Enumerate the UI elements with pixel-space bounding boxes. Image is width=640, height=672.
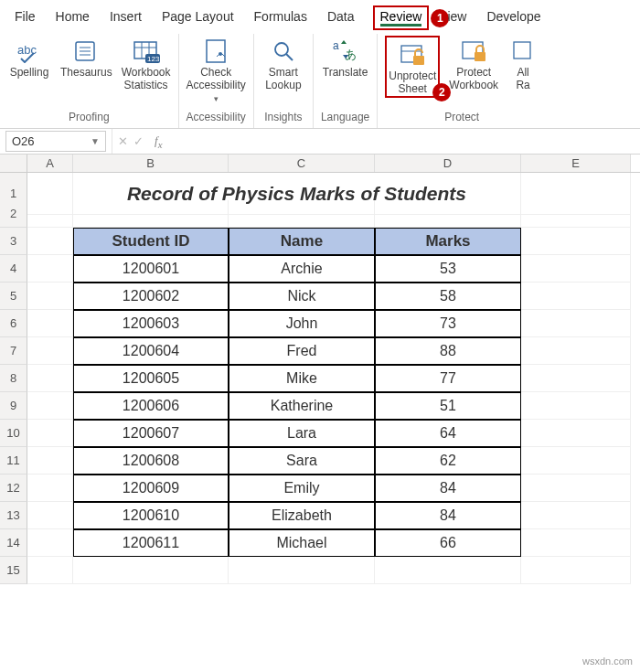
table-cell-name[interactable]: Sara <box>229 447 375 475</box>
protect-workbook-button[interactable]: Protect Workbook <box>449 36 498 92</box>
col-header-A[interactable]: A <box>27 155 73 172</box>
table-cell-marks[interactable]: 58 <box>375 283 521 310</box>
empty-cell[interactable] <box>521 337 631 365</box>
tab-home[interactable]: Home <box>54 5 91 30</box>
table-cell-marks[interactable]: 84 <box>375 475 521 502</box>
spelling-button[interactable]: abc Spelling <box>7 36 51 80</box>
table-cell-name[interactable]: Fred <box>229 337 375 365</box>
empty-cell[interactable] <box>521 310 631 337</box>
table-cell-name[interactable]: Michael <box>229 529 375 557</box>
table-cell-id[interactable]: 1200603 <box>73 310 229 337</box>
empty-cell[interactable] <box>27 228 73 255</box>
table-cell-name[interactable]: Elizabeth <box>229 502 375 529</box>
table-cell-marks[interactable]: 84 <box>375 502 521 529</box>
table-cell-name[interactable]: Lara <box>229 420 375 447</box>
row-header-6[interactable]: 6 <box>0 310 27 337</box>
col-header-C[interactable]: C <box>229 155 375 172</box>
dropdown-caret-icon[interactable]: ▼ <box>91 136 100 146</box>
table-cell-id[interactable]: 1200608 <box>73 447 229 475</box>
table-cell-id[interactable]: 1200606 <box>73 392 229 420</box>
empty-cell[interactable] <box>521 228 631 255</box>
empty-cell[interactable] <box>27 529 73 557</box>
check-accessibility-button[interactable]: Check Accessibility ▾ <box>187 36 246 103</box>
tab-view-partial[interactable]: iew <box>445 5 468 30</box>
empty-cell[interactable] <box>27 283 73 310</box>
empty-cell[interactable] <box>521 200 631 228</box>
table-cell-marks[interactable]: 64 <box>375 420 521 447</box>
table-cell-marks[interactable]: 62 <box>375 447 521 475</box>
tab-formulas[interactable]: Formulas <box>252 5 309 30</box>
empty-cell[interactable] <box>521 392 631 420</box>
table-cell-marks[interactable]: 51 <box>375 392 521 420</box>
empty-cell[interactable] <box>375 200 521 228</box>
row-header-10[interactable]: 10 <box>0 420 27 447</box>
row-header-5[interactable]: 5 <box>0 283 27 310</box>
empty-cell[interactable] <box>27 475 73 502</box>
table-cell-id[interactable]: 1200601 <box>73 255 229 283</box>
table-cell-marks[interactable]: 66 <box>375 529 521 557</box>
empty-cell[interactable] <box>27 557 73 584</box>
empty-cell[interactable] <box>27 365 73 392</box>
table-cell-name[interactable]: John <box>229 310 375 337</box>
empty-cell[interactable] <box>521 255 631 283</box>
empty-cell[interactable] <box>27 200 73 228</box>
empty-cell[interactable] <box>73 557 229 584</box>
tab-page-layout[interactable]: Page Layout <box>160 5 236 30</box>
row-header-13[interactable]: 13 <box>0 502 27 529</box>
table-cell-name[interactable]: Archie <box>229 255 375 283</box>
empty-cell[interactable] <box>521 502 631 529</box>
table-cell-marks[interactable]: 73 <box>375 310 521 337</box>
empty-cell[interactable] <box>27 420 73 447</box>
table-cell-id[interactable]: 1200604 <box>73 337 229 365</box>
table-cell-name[interactable]: Mike <box>229 365 375 392</box>
table-cell-name[interactable]: Nick <box>229 283 375 310</box>
empty-cell[interactable] <box>521 557 631 584</box>
tab-data[interactable]: Data <box>325 5 357 30</box>
row-header-8[interactable]: 8 <box>0 365 27 392</box>
allow-ranges-button[interactable]: All Ra <box>507 36 539 92</box>
tab-review[interactable]: Review <box>380 9 422 27</box>
table-cell-id[interactable]: 1200610 <box>73 502 229 529</box>
row-header-4[interactable]: 4 <box>0 255 27 283</box>
row-header-7[interactable]: 7 <box>0 337 27 365</box>
empty-cell[interactable] <box>27 255 73 283</box>
row-header-3[interactable]: 3 <box>0 228 27 255</box>
table-header-id[interactable]: Student ID <box>73 228 229 255</box>
row-header-15[interactable]: 15 <box>0 557 27 584</box>
empty-cell[interactable] <box>521 365 631 392</box>
fx-icon[interactable]: fx <box>149 133 167 150</box>
empty-cell[interactable] <box>521 529 631 557</box>
empty-cell[interactable] <box>27 447 73 475</box>
unprotect-sheet-button[interactable]: Unprotect Sheet <box>389 39 436 96</box>
col-header-B[interactable]: B <box>73 155 229 172</box>
row-header-9[interactable]: 9 <box>0 392 27 420</box>
select-all-corner[interactable] <box>0 155 27 172</box>
empty-cell[interactable] <box>521 283 631 310</box>
empty-cell[interactable] <box>375 557 521 584</box>
table-cell-id[interactable]: 1200607 <box>73 420 229 447</box>
col-header-D[interactable]: D <box>375 155 521 172</box>
empty-cell[interactable] <box>229 200 375 228</box>
smart-lookup-button[interactable]: Smart Lookup <box>261 36 305 92</box>
empty-cell[interactable] <box>27 310 73 337</box>
table-header-marks[interactable]: Marks <box>375 228 521 255</box>
table-cell-marks[interactable]: 88 <box>375 337 521 365</box>
row-header-12[interactable]: 12 <box>0 475 27 502</box>
table-cell-name[interactable]: Emily <box>229 475 375 502</box>
table-header-name[interactable]: Name <box>229 228 375 255</box>
translate-button[interactable]: aあ Translate <box>323 36 368 80</box>
table-cell-id[interactable]: 1200609 <box>73 475 229 502</box>
empty-cell[interactable] <box>521 447 631 475</box>
table-cell-marks[interactable]: 53 <box>375 255 521 283</box>
thesaurus-button[interactable]: Thesaurus <box>60 36 112 80</box>
worksheet-grid[interactable]: 1Record of Physics Marks of Students23St… <box>0 173 640 584</box>
row-header-14[interactable]: 14 <box>0 529 27 557</box>
workbook-stats-button[interactable]: 123 Workbook Statistics <box>122 36 171 92</box>
row-header-2[interactable]: 2 <box>0 200 27 228</box>
table-cell-id[interactable]: 1200602 <box>73 283 229 310</box>
table-cell-id[interactable]: 1200611 <box>73 529 229 557</box>
tab-developer-partial[interactable]: Develope <box>485 5 542 30</box>
tab-file[interactable]: File <box>13 5 37 30</box>
table-cell-name[interactable]: Katherine <box>229 392 375 420</box>
empty-cell[interactable] <box>229 557 375 584</box>
